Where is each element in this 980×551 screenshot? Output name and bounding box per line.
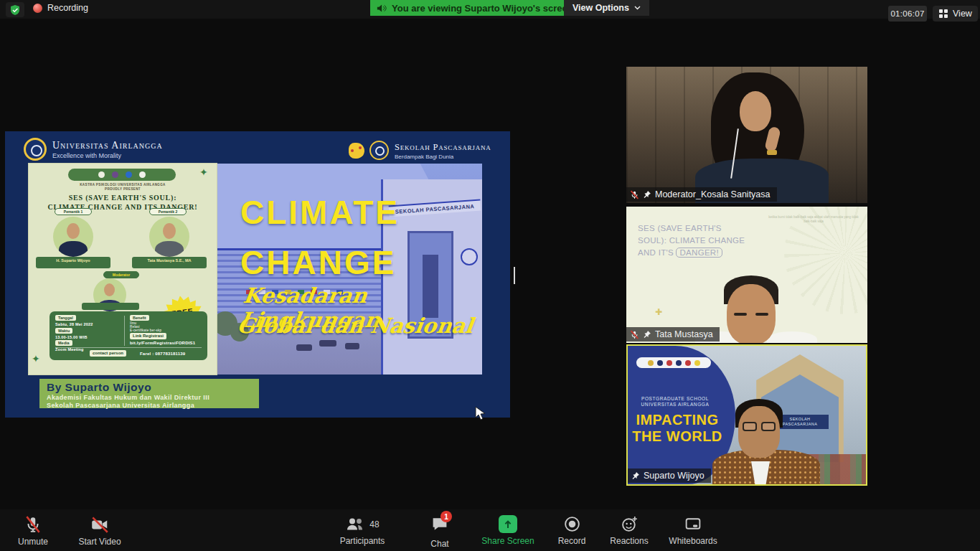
poster-moderator-name (82, 303, 139, 310)
meeting-timer: 01:06:07 (888, 6, 927, 22)
pascasarjana-emblem-icon (369, 141, 389, 160)
chevron-down-icon (634, 6, 641, 10)
participants-label: Participants (340, 536, 385, 546)
zoom-meeting-window: Recording You are viewing Suparto Wijoyo… (0, 0, 980, 551)
universitas-airlangga-logo (24, 138, 47, 161)
muted-mic-icon (630, 330, 639, 339)
poster-speaker1-name: H. Suparto Wijoyo (36, 257, 110, 268)
poster-moderator-tag: Moderator (103, 271, 139, 278)
share-screen-label: Share Screen (481, 536, 534, 546)
plus-sparkle-icon: ✚ (655, 307, 662, 317)
video-tile-moderator[interactable]: Moderator_Kosala Sanityasa (626, 67, 867, 203)
participant-name-tag: Tata Mustasya (626, 327, 720, 342)
waktu-label: Waktu (55, 328, 72, 334)
muted-mic-icon (24, 515, 42, 534)
poster-speaker1-tag: Pemantik 1 (55, 208, 92, 215)
reactions-button[interactable]: Reactions (604, 515, 654, 546)
window-edge-artifact (514, 267, 515, 284)
video-tile-tata-mustasya[interactable]: SES (SAVE EARTH'S SOUL): CLIMATE CHANGE … (626, 207, 867, 343)
benefit-label: Benefit (130, 315, 149, 321)
tanggal-label: Tanggal (55, 315, 76, 321)
tanggal-value: Sabtu, 28 Mei 2022 (55, 322, 93, 326)
whiteboards-icon (684, 515, 702, 533)
recording-dot-icon (33, 4, 42, 13)
muted-mic-icon (630, 190, 639, 199)
slide-header-university: Universitas Airlangga Excellence with Mo… (52, 140, 163, 159)
postgraduate-text: POSTGRADUATE SCHOOL UNIVERSITAS AIRLANGG… (628, 396, 722, 408)
event-poster: ✦ KASTRA PSIKOLOGI UNIVERSITAS AIRLANGGA… (29, 164, 217, 375)
unmute-label: Unmute (18, 537, 48, 547)
participant-name: Tata Mustasya (655, 329, 713, 339)
pin-icon (643, 330, 651, 339)
participants-icon (345, 515, 365, 533)
slide-title-line1: CLIMATE (240, 193, 400, 232)
logo-strip (636, 357, 711, 368)
shield-check-icon (9, 4, 21, 16)
byline-name: By Suparto Wijoyo (47, 381, 252, 394)
university-name: Universitas Airlangga (52, 140, 163, 151)
reactions-label: Reactions (610, 536, 648, 546)
speaker-icon (376, 3, 387, 14)
meeting-toolbar: Unmute Start Video 4 (0, 509, 980, 551)
encryption-shield-button[interactable] (6, 2, 24, 17)
shared-screen-slide: Universitas Airlangga Excellence with Mo… (5, 131, 510, 418)
share-screen-icon (499, 515, 517, 533)
anniversary-emblem-icon (349, 143, 364, 159)
participants-count: 48 (369, 519, 379, 529)
start-video-button[interactable]: Start Video (75, 515, 125, 547)
poster-speaker1-photo (53, 217, 93, 257)
tile-slide-text: SES (SAVE EARTH'S SOUL): CLIMATE CHANGE … (638, 222, 745, 259)
recording-indicator[interactable]: Recording (33, 3, 88, 13)
pin-icon (631, 471, 640, 480)
unmute-button[interactable]: Unmute (11, 515, 55, 547)
whiteboards-button[interactable]: Whiteboards (663, 515, 723, 546)
contact-label: contact person (90, 350, 126, 357)
impacting-the-world-text: IMPACTING THE WORLD (628, 412, 727, 445)
chat-button[interactable]: 1 Chat (422, 515, 458, 549)
view-options-button[interactable]: View Options (564, 0, 649, 16)
byline-role1: Akademisi Fakultas Hukum dan Wakil Direk… (47, 394, 252, 402)
chat-label: Chat (430, 539, 448, 549)
school-name: Sekolah Pascasarjana (395, 142, 491, 153)
participant-name-tag: Moderator_Kosala Sanityasa (626, 187, 777, 202)
meeting-top-bar: Recording You are viewing Suparto Wijoyo… (0, 0, 980, 19)
viewing-screen-text: You are viewing Suparto Wijoyo's screen (392, 3, 573, 14)
sparkle-icon: ✦ (199, 166, 208, 178)
chat-unread-badge: 1 (440, 511, 452, 522)
view-layout-button[interactable]: View (933, 6, 978, 22)
poster-speaker2-name: Tata Mustasya S.E., MA (132, 257, 207, 268)
byline-role2: Sekolah Pascasarjana Universitas Airlang… (47, 402, 252, 410)
link-label: Link Registrasi (130, 333, 166, 339)
pin-icon (643, 190, 651, 199)
tile-slide-caption: ketika bumi tidak baik-baik saja akibat … (767, 215, 860, 223)
mouse-cursor (475, 406, 485, 420)
benefit-3: E-certifikate ber-skp (130, 329, 161, 332)
participants-button[interactable]: 48 Participants (330, 515, 395, 546)
poster-speaker2-photo (149, 217, 189, 257)
school-tagline: Berdampak Bagi Dunia (395, 154, 491, 160)
record-label: Record (558, 536, 586, 546)
recording-label: Recording (47, 3, 88, 13)
poster-speaker2-tag: Pemantik 2 (149, 208, 187, 215)
media-label: Media (55, 340, 72, 346)
share-screen-button[interactable]: Share Screen (478, 515, 538, 546)
slide-title-line2: CHANGE (240, 243, 396, 282)
link-value: bit.ly/FormRegistrasiFORDIS1 (130, 341, 195, 345)
view-options-label: View Options (573, 3, 629, 13)
video-tile-suparto-wijoyo-active[interactable]: SEKOLAHPASCASARJANA POSTGRADUATE SCHOOL … (626, 344, 867, 486)
grid-view-icon (938, 9, 948, 19)
slide-byline: By Suparto Wijoyo Akademisi Fakultas Huk… (39, 379, 259, 408)
record-button[interactable]: Record (551, 515, 593, 546)
reactions-icon (621, 515, 639, 533)
whiteboards-label: Whiteboards (669, 536, 717, 546)
record-icon (563, 515, 581, 533)
university-tagline: Excellence with Morality (52, 152, 163, 159)
slide-header-school: Sekolah Pascasarjana Berdampak Bagi Duni… (395, 142, 491, 160)
waktu-value: 13.00-15.00 WIB (55, 335, 88, 339)
view-button-label: View (953, 9, 972, 19)
participant-name: Moderator_Kosala Sanityasa (655, 189, 771, 199)
slide-subtitle-line2: Global dan Nasional (236, 314, 475, 338)
contact-value: Farel : 087783181139 (140, 352, 185, 356)
video-off-icon (90, 515, 110, 534)
poster-logos-pill (68, 169, 176, 181)
